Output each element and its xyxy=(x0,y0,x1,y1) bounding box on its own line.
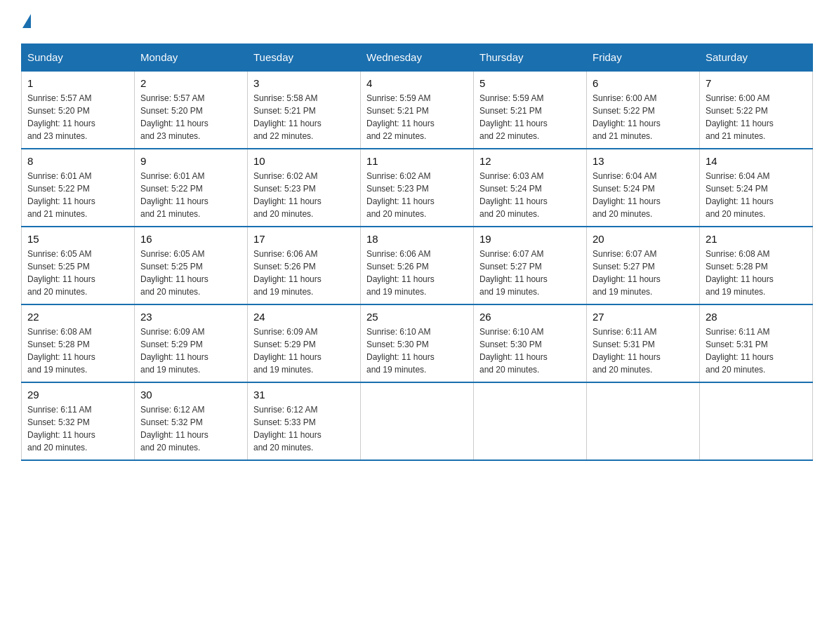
logo-text xyxy=(21,14,31,29)
calendar-cell: 23 Sunrise: 6:09 AM Sunset: 5:29 PM Dayl… xyxy=(135,304,248,382)
day-number: 3 xyxy=(253,77,355,89)
calendar-cell xyxy=(474,382,587,460)
calendar-cell: 25 Sunrise: 6:10 AM Sunset: 5:30 PM Dayl… xyxy=(361,304,474,382)
day-info: Sunrise: 6:07 AM Sunset: 5:27 PM Dayligh… xyxy=(593,248,694,298)
day-number: 7 xyxy=(706,77,807,89)
day-info: Sunrise: 6:05 AM Sunset: 5:25 PM Dayligh… xyxy=(140,248,241,298)
calendar-cell: 30 Sunrise: 6:12 AM Sunset: 5:32 PM Dayl… xyxy=(135,382,248,460)
day-number: 16 xyxy=(140,233,241,245)
day-number: 22 xyxy=(27,311,128,323)
calendar-week-5: 29 Sunrise: 6:11 AM Sunset: 5:32 PM Dayl… xyxy=(22,382,813,460)
day-number: 20 xyxy=(593,233,694,245)
day-info: Sunrise: 6:04 AM Sunset: 5:24 PM Dayligh… xyxy=(593,170,694,220)
day-number: 28 xyxy=(706,311,807,323)
day-info: Sunrise: 6:10 AM Sunset: 5:30 PM Dayligh… xyxy=(366,326,468,376)
day-info: Sunrise: 6:11 AM Sunset: 5:32 PM Dayligh… xyxy=(27,403,128,454)
calendar-cell: 20 Sunrise: 6:07 AM Sunset: 5:27 PM Dayl… xyxy=(587,227,700,304)
calendar-cell: 13 Sunrise: 6:04 AM Sunset: 5:24 PM Dayl… xyxy=(587,149,700,227)
calendar-cell: 29 Sunrise: 6:11 AM Sunset: 5:32 PM Dayl… xyxy=(22,382,135,460)
day-number: 5 xyxy=(479,77,581,89)
calendar-cell: 21 Sunrise: 6:08 AM Sunset: 5:28 PM Dayl… xyxy=(700,227,813,304)
day-info: Sunrise: 6:01 AM Sunset: 5:22 PM Dayligh… xyxy=(140,170,241,220)
calendar-cell: 11 Sunrise: 6:02 AM Sunset: 5:23 PM Dayl… xyxy=(361,149,474,227)
calendar-cell: 8 Sunrise: 6:01 AM Sunset: 5:22 PM Dayli… xyxy=(22,149,135,227)
day-number: 30 xyxy=(140,389,241,401)
calendar-cell: 6 Sunrise: 6:00 AM Sunset: 5:22 PM Dayli… xyxy=(587,71,700,149)
day-number: 10 xyxy=(253,155,355,167)
calendar-cell: 10 Sunrise: 6:02 AM Sunset: 5:23 PM Dayl… xyxy=(248,149,361,227)
weekday-header-monday: Monday xyxy=(135,44,248,72)
weekday-header-sunday: Sunday xyxy=(22,44,135,72)
calendar-cell: 16 Sunrise: 6:05 AM Sunset: 5:25 PM Dayl… xyxy=(135,227,248,304)
calendar-cell: 15 Sunrise: 6:05 AM Sunset: 5:25 PM Dayl… xyxy=(22,227,135,304)
weekday-header-tuesday: Tuesday xyxy=(248,44,361,72)
day-info: Sunrise: 6:08 AM Sunset: 5:28 PM Dayligh… xyxy=(27,326,128,376)
calendar-cell: 12 Sunrise: 6:03 AM Sunset: 5:24 PM Dayl… xyxy=(474,149,587,227)
calendar-cell: 4 Sunrise: 5:59 AM Sunset: 5:21 PM Dayli… xyxy=(361,71,474,149)
day-info: Sunrise: 5:57 AM Sunset: 5:20 PM Dayligh… xyxy=(27,92,128,142)
calendar-cell: 9 Sunrise: 6:01 AM Sunset: 5:22 PM Dayli… xyxy=(135,149,248,227)
day-info: Sunrise: 6:11 AM Sunset: 5:31 PM Dayligh… xyxy=(593,326,694,376)
day-info: Sunrise: 6:11 AM Sunset: 5:31 PM Dayligh… xyxy=(706,326,807,376)
weekday-header-row: SundayMondayTuesdayWednesdayThursdayFrid… xyxy=(22,44,813,72)
day-number: 18 xyxy=(366,233,468,245)
day-info: Sunrise: 6:06 AM Sunset: 5:26 PM Dayligh… xyxy=(366,248,468,298)
day-info: Sunrise: 6:00 AM Sunset: 5:22 PM Dayligh… xyxy=(706,92,807,142)
weekday-header-saturday: Saturday xyxy=(700,44,813,72)
calendar-cell: 14 Sunrise: 6:04 AM Sunset: 5:24 PM Dayl… xyxy=(700,149,813,227)
day-info: Sunrise: 6:09 AM Sunset: 5:29 PM Dayligh… xyxy=(253,326,355,376)
day-number: 11 xyxy=(366,155,468,167)
day-number: 21 xyxy=(706,233,807,245)
page-header xyxy=(21,14,813,29)
weekday-header-friday: Friday xyxy=(587,44,700,72)
day-info: Sunrise: 6:06 AM Sunset: 5:26 PM Dayligh… xyxy=(253,248,355,298)
day-info: Sunrise: 6:02 AM Sunset: 5:23 PM Dayligh… xyxy=(366,170,468,220)
calendar-cell: 18 Sunrise: 6:06 AM Sunset: 5:26 PM Dayl… xyxy=(361,227,474,304)
day-number: 15 xyxy=(27,233,128,245)
calendar-cell: 22 Sunrise: 6:08 AM Sunset: 5:28 PM Dayl… xyxy=(22,304,135,382)
calendar-cell: 31 Sunrise: 6:12 AM Sunset: 5:33 PM Dayl… xyxy=(248,382,361,460)
day-number: 14 xyxy=(706,155,807,167)
calendar-cell xyxy=(361,382,474,460)
calendar-week-1: 1 Sunrise: 5:57 AM Sunset: 5:20 PM Dayli… xyxy=(22,71,813,149)
day-info: Sunrise: 6:08 AM Sunset: 5:28 PM Dayligh… xyxy=(706,248,807,298)
day-info: Sunrise: 6:00 AM Sunset: 5:22 PM Dayligh… xyxy=(593,92,694,142)
calendar-cell xyxy=(700,382,813,460)
day-number: 6 xyxy=(593,77,694,89)
calendar-cell: 7 Sunrise: 6:00 AM Sunset: 5:22 PM Dayli… xyxy=(700,71,813,149)
calendar-cell: 2 Sunrise: 5:57 AM Sunset: 5:20 PM Dayli… xyxy=(135,71,248,149)
calendar-cell: 27 Sunrise: 6:11 AM Sunset: 5:31 PM Dayl… xyxy=(587,304,700,382)
calendar-week-4: 22 Sunrise: 6:08 AM Sunset: 5:28 PM Dayl… xyxy=(22,304,813,382)
day-number: 23 xyxy=(140,311,241,323)
day-info: Sunrise: 6:04 AM Sunset: 5:24 PM Dayligh… xyxy=(706,170,807,220)
day-number: 8 xyxy=(27,155,128,167)
calendar-cell: 26 Sunrise: 6:10 AM Sunset: 5:30 PM Dayl… xyxy=(474,304,587,382)
weekday-header-thursday: Thursday xyxy=(474,44,587,72)
calendar-cell: 3 Sunrise: 5:58 AM Sunset: 5:21 PM Dayli… xyxy=(248,71,361,149)
day-info: Sunrise: 5:57 AM Sunset: 5:20 PM Dayligh… xyxy=(140,92,241,142)
calendar-cell: 24 Sunrise: 6:09 AM Sunset: 5:29 PM Dayl… xyxy=(248,304,361,382)
day-info: Sunrise: 6:05 AM Sunset: 5:25 PM Dayligh… xyxy=(27,248,128,298)
calendar-table: SundayMondayTuesdayWednesdayThursdayFrid… xyxy=(21,43,813,461)
logo xyxy=(21,14,31,29)
day-info: Sunrise: 6:03 AM Sunset: 5:24 PM Dayligh… xyxy=(479,170,581,220)
day-number: 31 xyxy=(253,389,355,401)
calendar-cell: 28 Sunrise: 6:11 AM Sunset: 5:31 PM Dayl… xyxy=(700,304,813,382)
day-info: Sunrise: 6:09 AM Sunset: 5:29 PM Dayligh… xyxy=(140,326,241,376)
day-info: Sunrise: 5:59 AM Sunset: 5:21 PM Dayligh… xyxy=(479,92,581,142)
calendar-week-3: 15 Sunrise: 6:05 AM Sunset: 5:25 PM Dayl… xyxy=(22,227,813,304)
day-info: Sunrise: 6:07 AM Sunset: 5:27 PM Dayligh… xyxy=(479,248,581,298)
day-number: 19 xyxy=(479,233,581,245)
calendar-cell: 1 Sunrise: 5:57 AM Sunset: 5:20 PM Dayli… xyxy=(22,71,135,149)
calendar-cell: 5 Sunrise: 5:59 AM Sunset: 5:21 PM Dayli… xyxy=(474,71,587,149)
day-number: 27 xyxy=(593,311,694,323)
day-number: 9 xyxy=(140,155,241,167)
calendar-cell: 17 Sunrise: 6:06 AM Sunset: 5:26 PM Dayl… xyxy=(248,227,361,304)
day-info: Sunrise: 5:59 AM Sunset: 5:21 PM Dayligh… xyxy=(366,92,468,142)
weekday-header-wednesday: Wednesday xyxy=(361,44,474,72)
day-number: 26 xyxy=(479,311,581,323)
day-info: Sunrise: 6:12 AM Sunset: 5:33 PM Dayligh… xyxy=(253,403,355,454)
day-number: 25 xyxy=(366,311,468,323)
day-number: 4 xyxy=(366,77,468,89)
day-info: Sunrise: 6:02 AM Sunset: 5:23 PM Dayligh… xyxy=(253,170,355,220)
